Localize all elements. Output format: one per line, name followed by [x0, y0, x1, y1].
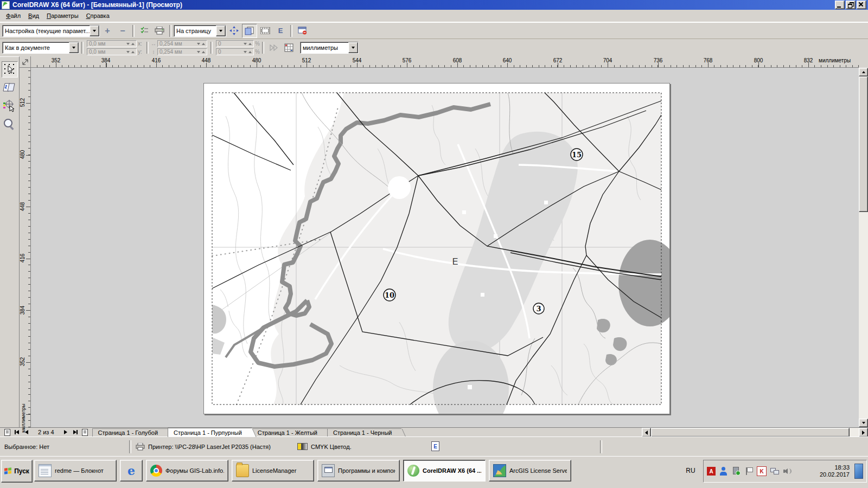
- zoom-dropdown-button[interactable]: [216, 25, 226, 36]
- printer-status: Принтер: \\PC-28\HP LaserJet P2035 (Наст…: [131, 437, 275, 456]
- add-page-before-button[interactable]: [3, 429, 11, 436]
- next-page-button[interactable]: [62, 429, 69, 436]
- windows-logo-icon: [4, 467, 12, 474]
- ruler-tick: 480: [248, 57, 265, 63]
- taskbar-button-gis-forum[interactable]: Форумы GIS-Lab.info...: [146, 460, 228, 481]
- color-proof-tool[interactable]: [2, 98, 17, 113]
- color-proof-icon: [297, 443, 308, 450]
- taskbar-button-internet-explorer[interactable]: e: [120, 460, 143, 481]
- selection-status: Выбранное: Нет: [0, 437, 129, 456]
- print-button[interactable]: [152, 24, 167, 37]
- taskbar-clock[interactable]: 18:33 20.02.2017: [820, 464, 851, 478]
- preset-dropdown-button[interactable]: [90, 25, 99, 36]
- ruler-unit-label: миллиметры: [819, 57, 851, 63]
- toolbox: [0, 56, 20, 427]
- ruler-tick: 384: [98, 57, 114, 63]
- horizontal-scrollbar[interactable]: [642, 428, 868, 437]
- taskbar-button-programs[interactable]: Программы и компон...: [317, 460, 400, 481]
- first-page-button[interactable]: [13, 429, 21, 436]
- network-tray-icon[interactable]: [770, 467, 779, 476]
- ruler-tick: 640: [499, 57, 515, 63]
- taskbar-button-coreldraw[interactable]: CorelDRAW X6 (64 ...: [403, 460, 486, 481]
- notepad-icon: [39, 464, 52, 477]
- units-combobox[interactable]: миллиметры: [300, 42, 359, 54]
- vertical-scroll-thumb[interactable]: [859, 76, 868, 212]
- vertical-scrollbar[interactable]: [859, 68, 868, 427]
- print-file-disabled-icon: [267, 41, 281, 54]
- screen: { "window": { "title": "CorelDRAW X6 (64…: [0, 0, 868, 488]
- tab-magenta[interactable]: Страница 1 - Пурпурный: [168, 428, 252, 437]
- user-tray-icon[interactable]: [719, 467, 728, 476]
- menu-options[interactable]: Параметры: [43, 11, 82, 21]
- units-dropdown-button[interactable]: [348, 42, 358, 53]
- preview-separations-button[interactable]: [258, 24, 272, 37]
- pick-tool[interactable]: [2, 61, 18, 78]
- coreldraw-app-icon[interactable]: [2, 1, 10, 9]
- flag-tray-icon[interactable]: [744, 467, 753, 476]
- scroll-right-button[interactable]: [859, 428, 868, 437]
- tab-cyan[interactable]: Страница 1 - Голубой: [92, 428, 168, 437]
- acrobat-tray-icon[interactable]: A: [707, 467, 716, 476]
- print-options-icon[interactable]: [137, 24, 151, 37]
- size-width-field: 0,254 мм: [157, 40, 207, 47]
- ruler-tick: 448: [20, 200, 26, 214]
- ruler-tick: 480: [20, 147, 26, 162]
- menu-help[interactable]: Справка: [82, 11, 113, 21]
- tab-yellow[interactable]: Страница 1 - Желтый: [252, 428, 327, 437]
- taskbar-button-licensemanager[interactable]: LicenseManager: [232, 460, 314, 481]
- taskbar-button-notepad[interactable]: redme — Блокнот: [34, 460, 117, 481]
- show-image-toggle[interactable]: [242, 24, 257, 38]
- invert-preview-button[interactable]: E: [273, 24, 288, 37]
- zoom-value: На страницу: [174, 28, 216, 34]
- percent-y-label: %: [255, 49, 260, 55]
- scroll-left-button[interactable]: [642, 428, 651, 437]
- language-indicator[interactable]: RU: [682, 464, 699, 477]
- printer-status-icon: [136, 443, 145, 451]
- ruler-tick: 512: [298, 57, 315, 63]
- print-preview-toolbar: Настройка (текущие парамет... + − На стр…: [0, 22, 868, 38]
- position-y-field: 0,0 мм: [87, 48, 137, 55]
- rendering-dropdown-button[interactable]: [69, 42, 79, 53]
- menu-view[interactable]: Вид: [24, 11, 43, 21]
- document-page: 15 10 3 E: [203, 83, 670, 414]
- start-button[interactable]: Пуск: [1, 460, 33, 483]
- clock-date: 20.02.2017: [820, 471, 850, 478]
- menu-file[interactable]: Файл: [2, 11, 24, 21]
- minimize-button[interactable]: [835, 1, 845, 9]
- usb-device-tray-icon[interactable]: [732, 467, 741, 476]
- color-proof-text: CMYK Цветод.: [311, 444, 352, 450]
- restore-button[interactable]: [846, 1, 856, 9]
- drawing-canvas[interactable]: 15 10 3 E: [31, 68, 859, 427]
- vertical-ruler: 512 480 448 416 384 352 миллиметры: [20, 68, 31, 427]
- add-preset-button[interactable]: +: [100, 24, 114, 37]
- close-preview-button[interactable]: [295, 24, 309, 37]
- tab-black[interactable]: Страница 1 - Черный: [327, 428, 402, 437]
- print-settings-icon[interactable]: [282, 41, 296, 54]
- ruler-origin-button[interactable]: [20, 56, 31, 68]
- delete-preset-button[interactable]: −: [116, 24, 130, 37]
- horizontal-scroll-thumb[interactable]: [651, 428, 850, 437]
- zoom-tool[interactable]: [2, 117, 17, 132]
- rendering-combobox[interactable]: Как в документе: [2, 42, 79, 54]
- scroll-up-button[interactable]: [859, 68, 868, 76]
- page-navigator: 2 из 4: [0, 429, 92, 436]
- add-page-after-button[interactable]: [81, 429, 89, 436]
- property-toolbar: Как в документе 0,0 мм 0,0 мм x: y: ↔ ↕ …: [0, 38, 868, 56]
- selection-status-text: Выбранное: Нет: [4, 444, 49, 450]
- full-screen-preview-icon[interactable]: [227, 24, 241, 37]
- units-value: миллиметры: [301, 44, 348, 51]
- show-desktop-button[interactable]: [854, 464, 863, 479]
- page-sorter-tool[interactable]: [2, 80, 17, 95]
- taskbar-button-arcgis[interactable]: ArcGIS License Serve...: [489, 460, 571, 481]
- percent-x-label: %: [255, 41, 260, 47]
- close-button[interactable]: [857, 1, 866, 9]
- last-page-button[interactable]: [72, 429, 79, 436]
- preset-combobox[interactable]: Настройка (текущие парамет...: [2, 25, 100, 37]
- kaspersky-tray-icon[interactable]: K: [757, 466, 767, 476]
- status-bar: Выбранное: Нет Принтер: \\PC-28\HP Laser…: [0, 436, 868, 456]
- previous-page-button[interactable]: [23, 429, 30, 436]
- ruler-tick: 384: [20, 303, 26, 317]
- zoom-combobox[interactable]: На страницу: [174, 25, 226, 37]
- scroll-down-button[interactable]: [859, 419, 868, 427]
- volume-tray-icon[interactable]: [783, 467, 792, 476]
